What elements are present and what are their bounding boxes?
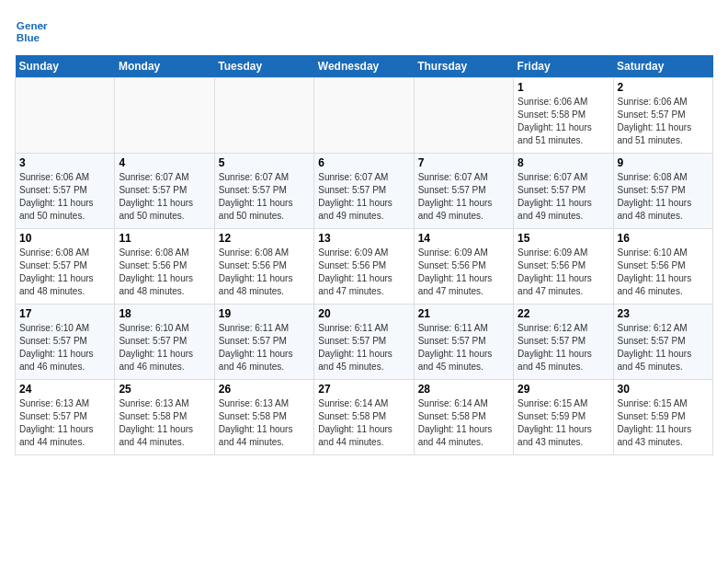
calendar-cell: 20Sunrise: 6:11 AMSunset: 5:57 PMDayligh… <box>314 304 414 380</box>
calendar-cell <box>16 78 115 154</box>
calendar-cell: 6Sunrise: 6:07 AMSunset: 5:57 PMDaylight… <box>314 154 414 229</box>
calendar-cell: 23Sunrise: 6:12 AMSunset: 5:57 PMDayligh… <box>613 304 712 380</box>
calendar-cell: 15Sunrise: 6:09 AMSunset: 5:56 PMDayligh… <box>514 229 613 304</box>
calendar-cell: 13Sunrise: 6:09 AMSunset: 5:56 PMDayligh… <box>314 229 414 304</box>
day-number: 29 <box>518 383 609 396</box>
day-info: Sunrise: 6:06 AMSunset: 5:58 PMDaylight:… <box>518 96 609 147</box>
day-info: Sunrise: 6:11 AMSunset: 5:57 PMDaylight:… <box>418 322 509 373</box>
day-info: Sunrise: 6:09 AMSunset: 5:56 PMDaylight:… <box>518 247 609 298</box>
calendar-cell: 28Sunrise: 6:14 AMSunset: 5:58 PMDayligh… <box>414 380 513 455</box>
day-number: 11 <box>119 232 210 245</box>
day-info: Sunrise: 6:07 AMSunset: 5:57 PMDaylight:… <box>318 171 409 223</box>
header-row: SundayMondayTuesdayWednesdayThursdayFrid… <box>16 55 713 78</box>
day-number: 22 <box>518 307 609 320</box>
day-number: 14 <box>418 232 509 245</box>
day-header-tuesday: Tuesday <box>214 55 313 78</box>
calendar-cell: 4Sunrise: 6:07 AMSunset: 5:57 PMDaylight… <box>115 154 214 229</box>
calendar-cell <box>414 78 513 154</box>
calendar-cell: 19Sunrise: 6:11 AMSunset: 5:57 PMDayligh… <box>214 304 313 380</box>
day-number: 21 <box>418 307 509 320</box>
day-header-saturday: Saturday <box>613 55 712 78</box>
calendar-cell: 21Sunrise: 6:11 AMSunset: 5:57 PMDayligh… <box>414 304 513 380</box>
day-header-monday: Monday <box>115 55 214 78</box>
calendar-cell: 24Sunrise: 6:13 AMSunset: 5:57 PMDayligh… <box>16 380 115 455</box>
day-header-friday: Friday <box>514 55 613 78</box>
day-info: Sunrise: 6:10 AMSunset: 5:57 PMDaylight:… <box>19 322 110 373</box>
calendar-cell: 18Sunrise: 6:10 AMSunset: 5:57 PMDayligh… <box>115 304 214 380</box>
day-info: Sunrise: 6:10 AMSunset: 5:57 PMDaylight:… <box>119 322 210 373</box>
day-info: Sunrise: 6:12 AMSunset: 5:57 PMDaylight:… <box>518 322 609 373</box>
day-number: 9 <box>618 156 709 169</box>
day-info: Sunrise: 6:13 AMSunset: 5:57 PMDaylight:… <box>19 397 110 449</box>
day-info: Sunrise: 6:14 AMSunset: 5:58 PMDaylight:… <box>418 397 509 449</box>
day-info: Sunrise: 6:06 AMSunset: 5:57 PMDaylight:… <box>19 171 110 223</box>
day-info: Sunrise: 6:14 AMSunset: 5:58 PMDaylight:… <box>318 397 409 449</box>
calendar-cell: 1Sunrise: 6:06 AMSunset: 5:58 PMDaylight… <box>514 78 613 154</box>
day-number: 18 <box>119 307 210 320</box>
day-info: Sunrise: 6:11 AMSunset: 5:57 PMDaylight:… <box>219 322 310 373</box>
day-number: 20 <box>318 307 409 320</box>
day-info: Sunrise: 6:08 AMSunset: 5:57 PMDaylight:… <box>19 247 110 298</box>
calendar-cell: 3Sunrise: 6:06 AMSunset: 5:57 PMDaylight… <box>16 154 115 229</box>
week-row-1: 1Sunrise: 6:06 AMSunset: 5:58 PMDaylight… <box>16 78 713 154</box>
day-number: 24 <box>19 383 110 396</box>
day-info: Sunrise: 6:07 AMSunset: 5:57 PMDaylight:… <box>518 171 609 223</box>
calendar-cell: 2Sunrise: 6:06 AMSunset: 5:57 PMDaylight… <box>613 78 712 154</box>
day-number: 16 <box>618 232 709 245</box>
day-info: Sunrise: 6:07 AMSunset: 5:57 PMDaylight:… <box>219 171 310 223</box>
calendar-cell: 8Sunrise: 6:07 AMSunset: 5:57 PMDaylight… <box>514 154 613 229</box>
day-info: Sunrise: 6:09 AMSunset: 5:56 PMDaylight:… <box>318 247 409 298</box>
day-number: 8 <box>518 156 609 169</box>
logo-icon: General Blue <box>15 15 48 48</box>
page-header: General Blue <box>15 15 713 48</box>
calendar-cell: 7Sunrise: 6:07 AMSunset: 5:57 PMDaylight… <box>414 154 513 229</box>
day-info: Sunrise: 6:07 AMSunset: 5:57 PMDaylight:… <box>418 171 509 223</box>
day-number: 7 <box>418 156 509 169</box>
day-number: 6 <box>318 156 409 169</box>
calendar-cell: 14Sunrise: 6:09 AMSunset: 5:56 PMDayligh… <box>414 229 513 304</box>
day-info: Sunrise: 6:06 AMSunset: 5:57 PMDaylight:… <box>618 96 709 147</box>
calendar-cell <box>214 78 313 154</box>
day-info: Sunrise: 6:08 AMSunset: 5:56 PMDaylight:… <box>219 247 310 298</box>
calendar-cell: 10Sunrise: 6:08 AMSunset: 5:57 PMDayligh… <box>16 229 115 304</box>
day-info: Sunrise: 6:08 AMSunset: 5:56 PMDaylight:… <box>119 247 210 298</box>
day-number: 4 <box>119 156 210 169</box>
week-row-4: 17Sunrise: 6:10 AMSunset: 5:57 PMDayligh… <box>16 304 713 380</box>
calendar-cell: 5Sunrise: 6:07 AMSunset: 5:57 PMDaylight… <box>214 154 313 229</box>
day-header-sunday: Sunday <box>16 55 115 78</box>
day-info: Sunrise: 6:13 AMSunset: 5:58 PMDaylight:… <box>119 397 210 449</box>
day-number: 1 <box>518 81 609 94</box>
day-number: 3 <box>19 156 110 169</box>
day-header-wednesday: Wednesday <box>314 55 414 78</box>
day-info: Sunrise: 6:15 AMSunset: 5:59 PMDaylight:… <box>618 397 709 449</box>
day-number: 2 <box>618 81 709 94</box>
day-info: Sunrise: 6:12 AMSunset: 5:57 PMDaylight:… <box>618 322 709 373</box>
day-number: 12 <box>219 232 310 245</box>
week-row-5: 24Sunrise: 6:13 AMSunset: 5:57 PMDayligh… <box>16 380 713 455</box>
week-row-3: 10Sunrise: 6:08 AMSunset: 5:57 PMDayligh… <box>16 229 713 304</box>
calendar-cell: 11Sunrise: 6:08 AMSunset: 5:56 PMDayligh… <box>115 229 214 304</box>
calendar-cell: 27Sunrise: 6:14 AMSunset: 5:58 PMDayligh… <box>314 380 414 455</box>
day-info: Sunrise: 6:07 AMSunset: 5:57 PMDaylight:… <box>119 171 210 223</box>
calendar-cell: 9Sunrise: 6:08 AMSunset: 5:57 PMDaylight… <box>613 154 712 229</box>
day-info: Sunrise: 6:09 AMSunset: 5:56 PMDaylight:… <box>418 247 509 298</box>
day-number: 25 <box>119 383 210 396</box>
day-number: 13 <box>318 232 409 245</box>
svg-text:General: General <box>17 19 48 31</box>
day-number: 28 <box>418 383 509 396</box>
week-row-2: 3Sunrise: 6:06 AMSunset: 5:57 PMDaylight… <box>16 154 713 229</box>
day-info: Sunrise: 6:10 AMSunset: 5:56 PMDaylight:… <box>618 247 709 298</box>
day-number: 19 <box>219 307 310 320</box>
calendar-cell: 22Sunrise: 6:12 AMSunset: 5:57 PMDayligh… <box>514 304 613 380</box>
calendar-cell: 17Sunrise: 6:10 AMSunset: 5:57 PMDayligh… <box>16 304 115 380</box>
day-info: Sunrise: 6:11 AMSunset: 5:57 PMDaylight:… <box>318 322 409 373</box>
day-number: 27 <box>318 383 409 396</box>
day-number: 17 <box>19 307 110 320</box>
day-number: 15 <box>518 232 609 245</box>
calendar-cell: 29Sunrise: 6:15 AMSunset: 5:59 PMDayligh… <box>514 380 613 455</box>
calendar-cell: 30Sunrise: 6:15 AMSunset: 5:59 PMDayligh… <box>613 380 712 455</box>
calendar-cell <box>314 78 414 154</box>
day-info: Sunrise: 6:08 AMSunset: 5:57 PMDaylight:… <box>618 171 709 223</box>
day-number: 5 <box>219 156 310 169</box>
calendar-cell <box>115 78 214 154</box>
